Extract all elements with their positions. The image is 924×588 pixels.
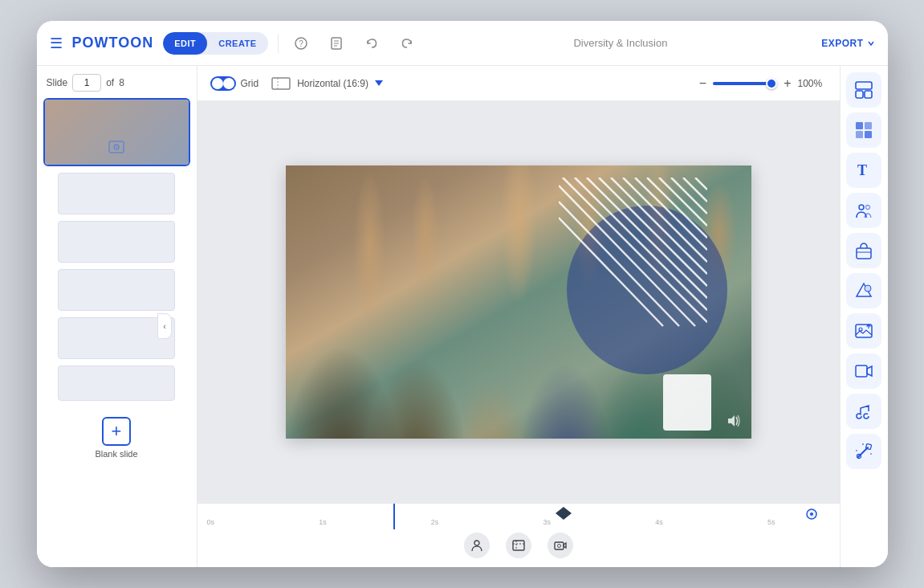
canvas-wrapper [197,101,840,503]
slide-thumbnail-6[interactable] [58,365,175,401]
svg-rect-55 [856,365,867,377]
aspect-ratio-label: Horizontal (16:9) [297,78,368,89]
svg-rect-40 [865,91,872,98]
playhead-marker[interactable] [556,507,572,521]
edit-create-toggle: EDIT CREATE [163,32,267,55]
app-window: ☰ POWTOON EDIT CREATE ? [37,21,888,567]
patterns-button[interactable] [846,112,881,148]
time-1s: 1s [319,518,327,526]
characters-button[interactable] [846,193,881,228]
notes-button[interactable] [324,31,349,56]
timeline-ruler: 0s 1s 2s 3s 4s 5s [204,507,833,526]
svg-rect-57 [865,443,871,449]
zoom-plus[interactable]: + [784,76,791,91]
help-button[interactable]: ? [288,31,314,56]
svg-rect-35 [555,542,564,549]
slide-total: 8 [119,77,124,88]
redo-button[interactable] [394,31,420,56]
svg-marker-27 [728,415,735,427]
music-button[interactable] [846,394,881,429]
slide-thumbnail-2[interactable] [58,173,175,214]
menu-icon[interactable]: ☰ [50,35,63,52]
right-panel: T [840,66,888,567]
svg-rect-44 [865,131,872,138]
slide-label: Slide [47,77,68,88]
aspect-ratio-dropdown-icon[interactable] [375,80,383,87]
svg-rect-38 [856,82,872,89]
aspect-ratio-control: Horizontal (16:9) [271,77,383,90]
timeline-playhead [393,504,395,529]
zoom-minus[interactable]: − [699,76,706,91]
grid-label: Grid [241,78,259,89]
media-button[interactable] [846,313,881,349]
svg-line-26 [559,218,663,326]
camera-keyframe[interactable] [806,508,817,521]
presentation-title: Diversity & Inclusion [429,37,812,49]
slide-thumbnail-1[interactable] [43,98,190,166]
slide-of-label: of [106,77,114,88]
svg-marker-36 [564,543,566,548]
sound-icon[interactable] [727,414,743,431]
camera-timeline-btn[interactable] [547,533,573,558]
svg-point-37 [557,545,560,548]
create-button[interactable]: CREATE [207,32,267,55]
character-timeline-btn[interactable] [464,533,490,558]
svg-line-15 [611,178,707,274]
header-left: ☰ POWTOON [50,35,154,52]
svg-rect-39 [856,91,863,98]
white-card [663,374,711,431]
slide-number-input[interactable] [72,74,101,92]
svg-rect-41 [856,122,863,129]
svg-point-46 [859,205,864,210]
zoom-control: − + 100% [699,76,827,91]
time-3s: 3s [543,518,552,526]
export-button[interactable]: EXPORT [821,38,874,49]
layout-button[interactable] [846,72,881,108]
timeline-controls [204,526,833,565]
zoom-slider[interactable] [713,82,777,85]
props-button[interactable] [846,233,881,268]
slide-1-icon [108,138,125,160]
magic-button[interactable] [846,434,881,469]
svg-rect-9 [272,78,290,89]
grid-toggle[interactable]: Grid [210,76,259,91]
grid-toggle-switch[interactable] [210,76,236,91]
slide-canvas[interactable] [286,165,751,439]
svg-point-31 [474,541,479,545]
sidebar-collapse-button[interactable]: ‹ [157,313,172,339]
svg-line-19 [659,178,707,226]
diagonal-lines-graphic [559,178,707,330]
svg-rect-32 [513,541,524,550]
undo-button[interactable] [359,31,385,56]
blank-slide-button[interactable]: + Blank slide [43,410,190,465]
edit-button[interactable]: EDIT [163,32,207,55]
slide-thumbnail-4[interactable] [58,269,175,311]
slide-thumbnail-3[interactable] [58,221,175,263]
blank-slide-label: Blank slide [95,449,137,459]
aspect-ratio-icon [271,77,291,90]
scene-timeline-btn[interactable] [506,533,531,558]
svg-line-22 [695,178,707,190]
svg-point-54 [859,328,862,331]
app-logo: POWTOON [72,35,154,51]
svg-text:T: T [857,162,867,178]
time-4s: 4s [655,518,663,526]
slide-panel: Slide of 8 [37,66,197,567]
editor-toolbar: Grid Horizontal (16:9) − [197,66,840,101]
svg-marker-28 [556,507,572,520]
main-content: Slide of 8 [37,66,888,567]
svg-rect-53 [856,325,872,337]
text-button[interactable]: T [846,153,881,188]
svg-line-21 [683,178,707,202]
header-divider-1 [278,34,279,53]
svg-point-30 [810,512,813,516]
svg-text:?: ? [299,39,303,48]
add-slide-icon: + [102,417,131,446]
time-2s: 2s [431,518,439,526]
svg-line-23 [563,178,707,322]
zoom-percent: 100% [798,78,827,89]
shapes-button[interactable] [846,273,881,308]
video-button[interactable] [846,353,881,389]
time-0s: 0s [207,518,215,526]
editor-area: Grid Horizontal (16:9) − [197,66,840,567]
